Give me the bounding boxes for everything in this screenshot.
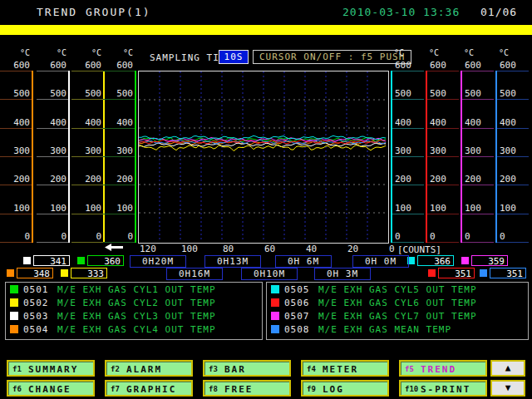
y-axis-unit-0506: °C — [429, 49, 459, 57]
y-axis-label-0503: 0 — [37, 232, 66, 241]
y-axis-tick-0506 — [427, 128, 459, 129]
y-axis-label-0507: 300 — [465, 146, 495, 155]
trend-screen: TREND GROUP(1) 2010-03-10 13:36 01/06 SA… — [0, 0, 532, 399]
y-axis-label-0504: 400 — [0, 118, 30, 127]
fkey-f2-alarm[interactable]: f2ALARM — [105, 360, 193, 377]
y-axis-tick-0504 — [0, 156, 32, 157]
legend-id-0508: 0508 — [284, 324, 310, 335]
fkey-f1-summary[interactable]: f1SUMMARY — [7, 360, 95, 377]
y-axis-label-0503: 200 — [37, 175, 66, 184]
fkey-f6-change[interactable]: f6CHANGE — [7, 380, 95, 397]
y-axis-tick-0504 — [0, 242, 32, 243]
fkey-f5-trend[interactable]: f5TREND — [399, 360, 487, 377]
y-axis-tick-0505 — [392, 242, 424, 243]
legend-row-0507: 0507M/E EXH GAS CYL7 OUT TEMP — [267, 309, 528, 323]
fkey-f7-graphic[interactable]: f7GRAPHIC — [105, 380, 193, 397]
y-axis-label-0508: 0 — [500, 232, 530, 241]
y-axis-label-0502: 200 — [71, 175, 101, 184]
trend-lines — [139, 71, 387, 241]
legend-desc-0501: M/E EXH GAS CYL1 OUT TEMP — [57, 284, 216, 295]
fkey-f3-bar[interactable]: f3BAR — [203, 360, 291, 377]
y-axis-tick-0505 — [392, 156, 424, 157]
legend-swatch-0507 — [271, 312, 279, 320]
y-axis-tick-0502 — [71, 99, 103, 100]
y-axis-tick-0507 — [462, 242, 494, 243]
current-value-0507: 359 — [471, 255, 508, 266]
legend-id-0502: 0502 — [23, 298, 49, 308]
elapsed-time-label: 0H 3M — [314, 268, 371, 280]
legend-id-0507: 0507 — [284, 311, 310, 322]
y-axis-label-0501: 600 — [103, 61, 133, 70]
legend-row-0504: 0504M/E EXH GAS CYL4 OUT TEMP — [6, 323, 262, 336]
y-axis-tick-0506 — [427, 214, 459, 214]
y-axis-tick-0508 — [497, 156, 529, 157]
fkey-f8-free[interactable]: f8FREE — [203, 380, 291, 397]
y-axis-tick-0508 — [497, 99, 529, 100]
x-axis-unit: [COUNTS] — [397, 244, 441, 255]
y-axis-line-0504 — [32, 71, 33, 243]
fkey-f9-log[interactable]: f9LOG — [301, 380, 389, 397]
fkey-label: SUMMARY — [28, 364, 78, 375]
y-axis-label-0501: 200 — [103, 175, 133, 184]
y-axis-tick-0501 — [103, 242, 135, 243]
y-axis-tick-0507 — [462, 128, 494, 129]
fkey-label: S-PRINT — [421, 384, 470, 395]
y-axis-tick-0501 — [103, 128, 135, 129]
y-axis-unit-0507: °C — [464, 49, 494, 57]
legend-desc-0506: M/E EXH GAS CYL6 OUT TEMP — [318, 298, 477, 308]
legend-desc-0503: M/E EXH GAS CYL3 OUT TEMP — [57, 311, 216, 322]
x-axis-label: 80 — [223, 244, 234, 254]
legend-row-0501: 0501M/E EXH GAS CYL1 OUT TEMP — [6, 283, 262, 296]
y-axis-tick-0508 — [497, 71, 529, 71]
page-down-button[interactable]: ▼ — [490, 380, 525, 397]
header: TREND GROUP(1) 2010-03-10 13:36 01/06 — [0, 0, 532, 24]
y-axis-label-0507: 0 — [465, 232, 495, 241]
datetime: 2010-03-10 13:36 — [342, 6, 460, 18]
y-axis-label-0508: 300 — [500, 146, 530, 155]
y-axis-label-0506: 0 — [430, 232, 460, 241]
elapsed-time-label: 0H 6M — [275, 255, 332, 268]
y-axis-tick-0503 — [37, 242, 68, 243]
y-axis-label-0505: 600 — [395, 61, 425, 70]
y-axis-label-0503: 300 — [37, 146, 66, 155]
fkey-label: BAR — [224, 364, 246, 375]
y-axis-tick-0503 — [37, 99, 68, 100]
legend-id-0501: 0501 — [23, 284, 49, 295]
y-axis-tick-0504 — [0, 128, 32, 129]
page-up-button[interactable]: ▲ — [490, 360, 525, 377]
y-axis-label-0505: 500 — [395, 89, 425, 98]
y-axis-tick-0507 — [462, 99, 494, 100]
y-axis-label-0501: 300 — [103, 146, 133, 155]
y-axis-label-0508: 600 — [500, 61, 530, 70]
y-axis-label-0508: 100 — [500, 204, 530, 213]
y-axis-label-0502: 300 — [71, 146, 101, 155]
y-axis-label-0504: 600 — [0, 61, 30, 70]
y-axis-label-0504: 0 — [0, 232, 30, 241]
y-axis-tick-0503 — [37, 214, 68, 214]
current-value-0505: 366 — [417, 255, 454, 266]
fkey-f4-meter[interactable]: f4METER — [301, 360, 389, 377]
elapsed-time-label: 0H20M — [130, 255, 186, 268]
y-axis-label-0504: 300 — [0, 146, 30, 155]
y-axis-tick-0502 — [71, 156, 103, 157]
y-axis-label-0505: 300 — [395, 146, 425, 155]
y-axis-tick-0502 — [71, 242, 103, 243]
x-axis-label: 60 — [264, 244, 275, 254]
value-swatch-0506 — [428, 269, 436, 277]
cursor-hint: CURSOR ON/OFF : f5 PUSH — [253, 50, 411, 64]
y-axis-label-0502: 500 — [71, 89, 101, 98]
fkey-f10-s-print[interactable]: f10S-PRINT — [399, 380, 487, 397]
fkey-label: FREE — [224, 384, 254, 395]
fkey-label: ALARM — [126, 364, 162, 375]
elapsed-time-label: 0H 0M — [352, 255, 409, 268]
x-axis-label: 20 — [347, 244, 358, 254]
y-axis-label-0506: 600 — [430, 61, 460, 70]
y-axis-tick-0507 — [462, 71, 494, 71]
y-axis-tick-0502 — [71, 71, 103, 71]
alarm-bar — [0, 25, 532, 35]
y-axis-label-0506: 400 — [430, 118, 460, 127]
fkey-label: GRAPHIC — [126, 384, 176, 395]
y-axis-tick-0506 — [427, 71, 459, 71]
y-axis-label-0503: 600 — [37, 61, 66, 70]
y-axis-tick-0506 — [427, 156, 459, 157]
